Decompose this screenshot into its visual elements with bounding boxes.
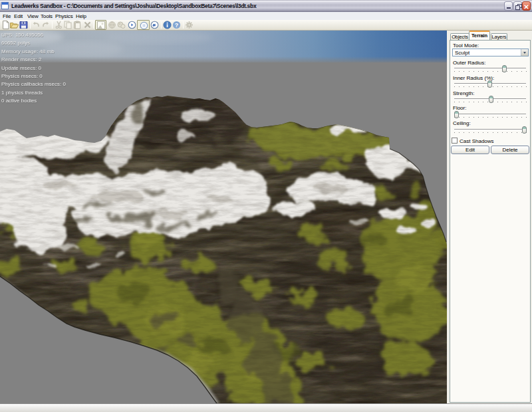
- svg-text:?: ?: [175, 22, 179, 29]
